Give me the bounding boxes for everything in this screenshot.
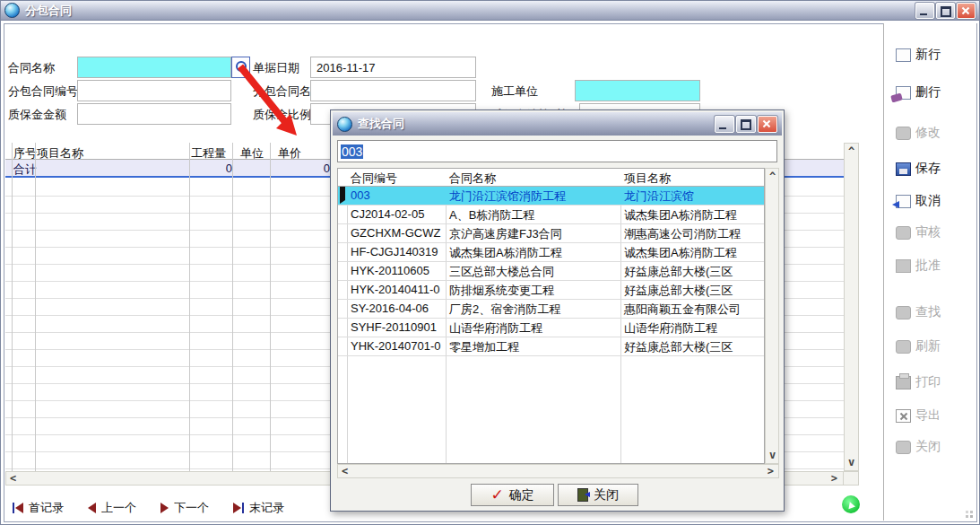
dialog-title: 查找合同 [358,116,404,132]
contract-table: 合同编号 合同名称 项目名称 003 龙门沿江滨馆消防工程 龙门沿江滨馆 CJ2… [337,168,765,464]
toolbar-cancel[interactable]: 取消 [896,192,941,210]
contract-name-input[interactable] [77,57,231,78]
check-icon: ✓ [490,489,503,502]
scroll-up-icon[interactable]: ^ [769,171,776,183]
prev-record-icon [88,503,96,513]
sub-contract-name-input[interactable] [310,80,476,101]
minimize-button[interactable] [915,3,934,19]
table-row[interactable]: HYK-20110605 三区总部大楼总合同 好益康总部大楼(三区 [338,262,764,281]
dialog-minimize-button[interactable] [715,116,734,133]
dialog-horizontal-scrollbar[interactable]: < > [337,464,779,478]
warranty-amount-input[interactable] [77,103,231,125]
find-contract-dialog: 查找合同 003 合同编号 合同名称 项目名称 003 龙门沿江滨馆消防工程 龙… [330,109,785,512]
approve-icon [896,259,911,273]
modify-icon [896,127,911,140]
table-row[interactable]: HYK-20140411-0 防排烟系统变更工程 好益康总部大楼(三区 [338,281,764,300]
toolbar-new-row[interactable]: 新行 [896,46,941,64]
contract-lookup-button[interactable] [231,57,250,78]
scroll-up-icon[interactable]: ^ [848,145,854,158]
toolbar-close[interactable]: 关闭 [896,438,941,456]
maximize-button[interactable] [936,3,955,19]
dialog-close-action-button[interactable]: 关闭 [558,484,638,506]
toolbar-delete-row[interactable]: 删行 [896,83,941,101]
first-record-icon [13,503,23,513]
scrollbar-corner [844,471,859,486]
door-exit-icon [577,488,588,502]
toolbar-label: 导出 [915,407,941,424]
builder-input[interactable] [575,80,700,101]
ok-button[interactable]: ✓ 确定 [471,484,554,506]
total-label: 合计 [13,162,37,178]
dialog-globe-icon [337,117,352,132]
green-status-icon[interactable] [842,495,860,513]
toolbar-approve[interactable]: 批准 [896,257,941,275]
prev-record-label: 上一个 [101,500,136,516]
table-row[interactable]: CJ2014-02-05 A、B栋消防工程 诚杰集团A栋消防工程 [338,206,764,224]
total-unit-price: 0 [273,162,330,175]
toolbar-refresh[interactable]: 刷新 [896,337,941,355]
doc-date-label: 单据日期 [253,60,299,76]
contract-table-header: 合同编号 合同名称 项目名称 [338,169,764,187]
table-row[interactable]: 003 龙门沿江滨馆消防工程 龙门沿江滨馆 [338,187,764,206]
toolbar-print[interactable]: 打印 [896,373,941,391]
scroll-down-icon[interactable]: v [769,449,776,461]
toolbar-label: 新行 [915,47,941,63]
scroll-right-icon[interactable]: > [768,465,774,477]
toolbar-label: 取消 [915,193,941,209]
toolbar-export[interactable]: 导出 [896,407,941,424]
toolbar-find[interactable]: 查找 [896,303,941,321]
export-icon [896,409,911,423]
toolbar-save[interactable]: 保存 [896,160,941,178]
sub-contract-no-input[interactable] [77,80,231,101]
scroll-right-icon[interactable]: > [831,472,837,485]
toolbar-modify[interactable]: 修改 [896,124,941,142]
refresh-icon [896,340,911,354]
first-record-button[interactable]: 首记录 [13,500,64,516]
sub-contract-no-label: 分包合同编号 [8,83,78,100]
print-icon [896,376,911,389]
last-record-button[interactable]: 末记录 [233,500,284,516]
contract-name-label: 合同名称 [8,60,55,76]
grid-vertical-scrollbar[interactable]: ^ v [844,143,859,471]
scroll-down-icon[interactable]: v [848,456,854,468]
next-record-label: 下一个 [174,500,209,516]
close-button-label: 关闭 [594,487,619,503]
table-row[interactable]: SYHF-20110901 山语华府消防工程 山语华府消防工程 [338,319,764,337]
side-toolbar: 新行 删行 修改 保存 取消 审核 批准 查找 [883,23,976,521]
header-contract-no: 合同编号 [347,169,446,186]
scroll-left-icon[interactable]: < [10,472,16,485]
table-row[interactable]: HF-CJGJ140319 诚杰集团A栋消防工程 诚杰集团A栋消防工程 [338,243,764,262]
audit-icon [896,226,911,240]
ok-button-label: 确定 [509,487,534,503]
first-record-label: 首记录 [29,500,64,516]
table-row[interactable]: YHK-20140701-0 零星增加工程 好益康总部大楼(三区 [338,337,764,356]
toolbar-label: 刷新 [915,338,941,354]
next-record-button[interactable]: 下一个 [160,500,209,516]
toolbar-audit[interactable]: 审核 [896,223,941,241]
toolbar-label: 保存 [915,161,941,177]
doc-date-input[interactable]: 2016-11-17 [310,57,476,78]
save-icon [896,162,911,176]
toolbar-label: 审核 [915,224,941,241]
row-selector-icon [340,187,345,204]
resize-grip-icon[interactable] [963,508,973,518]
close-button[interactable] [957,3,976,19]
total-quantity: 0 [189,162,232,175]
builder-label: 施工单位 [491,83,538,100]
contract-search-input[interactable]: 003 [337,140,777,162]
toolbar-label: 修改 [915,125,941,141]
prev-record-button[interactable]: 上一个 [88,500,136,516]
last-record-icon [233,503,244,513]
header-contract-name: 合同名称 [446,169,620,186]
dialog-title-bar: 查找合同 [333,112,782,136]
scroll-left-icon[interactable]: < [342,465,348,477]
close-form-icon [896,441,911,454]
delete-row-icon [896,86,911,100]
dialog-maximize-button[interactable] [736,116,756,133]
toolbar-label: 关闭 [915,439,941,455]
last-record-label: 末记录 [249,500,284,516]
dialog-close-button[interactable] [758,116,777,133]
table-row[interactable]: SY-2016-04-06 厂房2、宿舍消防工程 惠阳商颖五金有限公司 [338,300,764,319]
table-row[interactable]: GZCHXM-GCWZ 京沪高速房建FJ3合同 潮惠高速公司消防工程 [338,224,764,243]
dialog-vertical-scrollbar[interactable]: ^ v [765,168,779,464]
